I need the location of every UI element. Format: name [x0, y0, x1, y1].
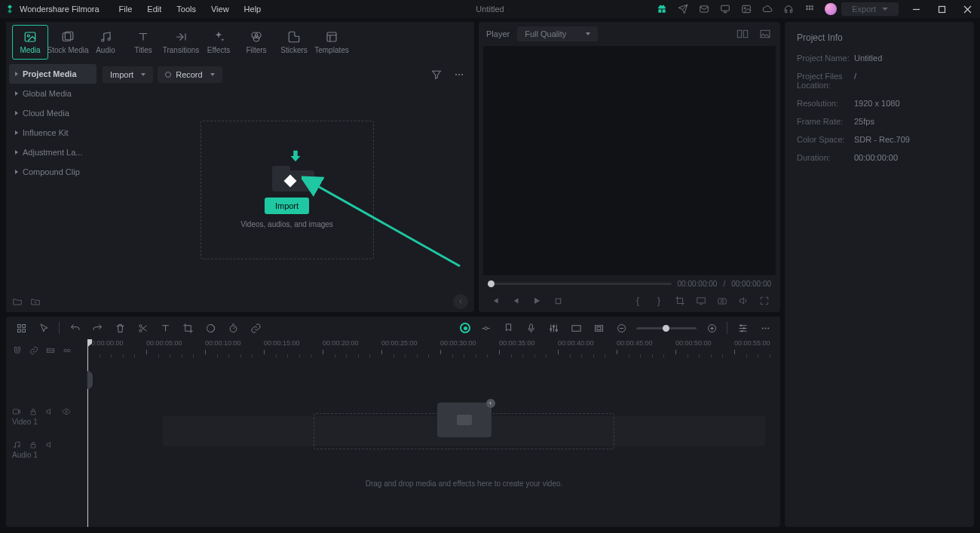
- audio-mix-icon[interactable]: [546, 320, 561, 335]
- sidebar-global-media[interactable]: Global Media: [9, 84, 96, 103]
- frame-back-icon[interactable]: [509, 296, 522, 306]
- menu-edit[interactable]: Edit: [141, 2, 167, 16]
- player-viewport[interactable]: [483, 46, 776, 275]
- sidebar-project-media[interactable]: Project Media: [9, 64, 96, 84]
- display-icon[interactable]: [694, 296, 708, 306]
- player-quality-select[interactable]: Full Quality: [517, 26, 598, 41]
- tab-transitions[interactable]: Transitions: [163, 25, 199, 60]
- tab-stickers[interactable]: Stickers: [276, 25, 312, 60]
- import-dropdown[interactable]: Import: [103, 66, 153, 83]
- monitor-icon[interactable]: [715, 0, 736, 18]
- track-options-icon[interactable]: [735, 320, 750, 335]
- camera-icon[interactable]: [715, 296, 729, 306]
- sidebar-adjustment-layer[interactable]: Adjustment La...: [9, 142, 96, 162]
- menu-help[interactable]: Help: [238, 2, 268, 16]
- zoom-slider[interactable]: [636, 327, 697, 329]
- collapse-sidebar-icon[interactable]: [453, 294, 468, 309]
- fullscreen-icon[interactable]: [758, 296, 771, 306]
- tab-templates[interactable]: Templates: [314, 25, 350, 60]
- user-avatar[interactable]: [825, 3, 837, 15]
- speed-icon[interactable]: [225, 320, 240, 335]
- sidebar-influence-kit[interactable]: Influence Kit: [9, 123, 96, 142]
- send-icon[interactable]: [672, 0, 694, 18]
- window-minimize[interactable]: [903, 0, 929, 18]
- track-head-audio[interactable]: Audio 1: [6, 437, 87, 470]
- message-icon[interactable]: [694, 0, 715, 18]
- lock-icon[interactable]: [29, 440, 38, 449]
- track-head-video[interactable]: Video 1: [6, 404, 87, 437]
- marker-icon[interactable]: [501, 320, 516, 335]
- redo-icon[interactable]: [90, 320, 105, 335]
- tab-stock-media[interactable]: Stock Media: [50, 25, 86, 60]
- compare-view-icon[interactable]: [735, 27, 750, 41]
- mark-in-icon[interactable]: {: [631, 296, 645, 306]
- mute-icon[interactable]: [45, 407, 54, 416]
- new-folder-icon[interactable]: [12, 296, 23, 307]
- tab-titles[interactable]: Titles: [125, 25, 161, 60]
- menu-view[interactable]: View: [205, 2, 235, 16]
- play-icon[interactable]: [530, 296, 544, 306]
- volume-icon[interactable]: [737, 296, 750, 306]
- ruler-tick: 00:00:45:00: [617, 339, 653, 347]
- menu-file[interactable]: File: [113, 2, 139, 16]
- more-options-icon[interactable]: [758, 320, 773, 335]
- timeline-ruler[interactable]: 00:00:00:0000:00:05:0000:00:10:0000:00:1…: [87, 339, 780, 362]
- eye-icon[interactable]: [62, 407, 71, 416]
- timeline-tracks[interactable]: 00:00:00:0000:00:05:0000:00:10:0000:00:1…: [87, 339, 780, 527]
- new-bin-icon[interactable]: [30, 296, 41, 307]
- cloud-icon[interactable]: [757, 0, 778, 18]
- gift-icon[interactable]: [651, 0, 672, 18]
- tab-effects[interactable]: Effects: [201, 25, 237, 60]
- image-icon[interactable]: [736, 0, 757, 18]
- player-scrubber[interactable]: [488, 283, 672, 285]
- zoom-out-icon[interactable]: [614, 320, 629, 335]
- sidebar-cloud-media[interactable]: Cloud Media: [9, 103, 96, 123]
- crop-tool-icon[interactable]: [180, 320, 195, 335]
- svg-rect-29: [697, 298, 706, 303]
- media-dropzone[interactable]: Import Videos, audios, and images: [201, 121, 374, 259]
- aspect-icon[interactable]: [568, 320, 583, 335]
- magnet-icon[interactable]: [12, 345, 23, 356]
- keyframe-icon[interactable]: [478, 320, 493, 335]
- text-icon[interactable]: [158, 320, 173, 335]
- more-icon[interactable]: [450, 66, 468, 84]
- menu-tools[interactable]: Tools: [170, 2, 202, 16]
- apps-icon[interactable]: [799, 0, 820, 18]
- tab-filters[interactable]: Filters: [238, 25, 274, 60]
- link-toggle-icon[interactable]: [29, 345, 39, 356]
- tab-audio[interactable]: Audio: [87, 25, 124, 60]
- mute-icon[interactable]: [45, 440, 54, 449]
- ripple-icon[interactable]: [62, 345, 72, 356]
- dropzone-import-button[interactable]: Import: [265, 198, 309, 214]
- undo-icon[interactable]: [67, 320, 82, 335]
- color-icon[interactable]: [203, 320, 218, 335]
- split-icon[interactable]: [135, 320, 150, 335]
- step-back-icon[interactable]: [488, 296, 501, 306]
- stop-icon[interactable]: [551, 296, 565, 306]
- layout-icon[interactable]: [14, 320, 29, 335]
- voiceover-icon[interactable]: [523, 320, 538, 335]
- sync-icon[interactable]: [45, 345, 56, 356]
- lock-icon[interactable]: [29, 407, 38, 416]
- sidebar-compound-clip[interactable]: Compound Clip: [9, 162, 96, 182]
- snapshot-view-icon[interactable]: [758, 27, 773, 41]
- svg-rect-20: [327, 32, 336, 41]
- record-dropdown[interactable]: Record: [158, 66, 222, 83]
- pointer-icon[interactable]: [36, 320, 51, 335]
- marker-knob[interactable]: [87, 371, 93, 389]
- delete-icon[interactable]: [112, 320, 127, 335]
- zoom-in-icon[interactable]: [704, 320, 719, 335]
- crop-icon[interactable]: [673, 296, 687, 306]
- mark-out-icon[interactable]: }: [652, 296, 666, 306]
- window-maximize[interactable]: [929, 0, 954, 18]
- headset-icon[interactable]: [778, 0, 799, 18]
- render-preview-icon[interactable]: [460, 323, 470, 333]
- link-icon[interactable]: [248, 320, 263, 335]
- window-close[interactable]: [954, 0, 980, 18]
- ruler-tick: 00:00:55:00: [734, 339, 770, 347]
- filter-icon[interactable]: [427, 66, 446, 84]
- export-button[interactable]: Export: [841, 2, 899, 16]
- tab-media[interactable]: Media: [12, 25, 48, 60]
- timeline-placeholder-clip[interactable]: +: [437, 403, 492, 437]
- aspect2-icon[interactable]: [591, 320, 606, 335]
